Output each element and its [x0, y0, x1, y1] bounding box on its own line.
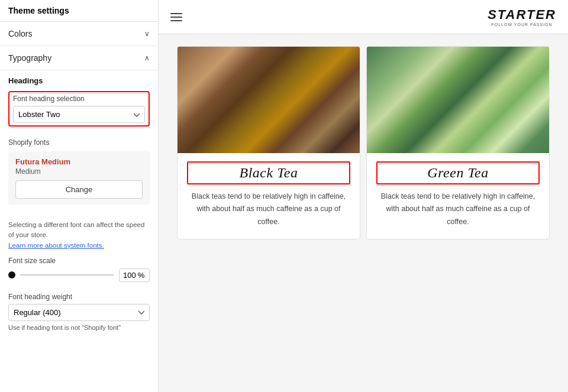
colors-chevron-icon: ∨ — [144, 30, 150, 38]
percent-unit: % — [138, 271, 145, 280]
main-content: STARTER FOLLOW YOUR PASSION Black Tea Bl… — [159, 0, 568, 392]
font-size-slider-row: 100 % — [8, 268, 150, 282]
brand-name: STARTER — [488, 7, 556, 22]
colors-section-label: Colors — [8, 29, 32, 38]
font-size-slider[interactable] — [20, 274, 114, 276]
slider-dot — [8, 271, 15, 278]
sidebar: Theme settings Colors ∨ Typography ∧ Hea… — [0, 0, 159, 392]
typography-section-header[interactable]: Typography ∧ — [0, 46, 158, 70]
preview-area: Black Tea Black teas tend to be relative… — [159, 34, 568, 392]
font-size-scale-label: Font size scale — [8, 257, 150, 265]
green-tea-description: Black teas tend to be relatively high in… — [376, 190, 540, 228]
shopify-fonts-label: Shopify fonts — [8, 138, 150, 147]
colors-section-header[interactable]: Colors ∨ — [0, 22, 158, 46]
font-heading-weight-label: Font heading weight — [8, 293, 150, 301]
black-tea-image — [178, 47, 360, 153]
learn-more-link[interactable]: Learn more about system fonts. — [8, 242, 104, 249]
brand-logo: STARTER FOLLOW YOUR PASSION — [488, 7, 556, 27]
typography-chevron-icon: ∧ — [144, 54, 150, 62]
font-heading-selection-box: Font heading selection Lobster Two Arial… — [8, 91, 150, 127]
black-tea-title-wrapper: Black Tea — [187, 161, 350, 184]
cards-row: Black Tea Black teas tend to be relative… — [170, 46, 556, 239]
tea-card-green: Green Tea Black teas tend to be relative… — [366, 46, 550, 239]
green-tea-title: Green Tea — [382, 165, 534, 181]
info-text-content: Selecting a different font can affect th… — [8, 221, 144, 238]
black-tea-title: Black Tea — [193, 165, 344, 181]
font-heading-field-label: Font heading selection — [13, 95, 145, 103]
black-tea-description: Black teas tend to be relatively high in… — [187, 190, 350, 228]
green-tea-image — [367, 47, 549, 153]
hint-text: Use if heading font is not "Shopify font… — [8, 324, 150, 331]
green-tea-card-body: Green Tea Black teas tend to be relative… — [367, 153, 549, 239]
font-heading-select[interactable]: Lobster Two Arial Georgia Roboto Open Sa… — [13, 106, 145, 123]
info-text: Selecting a different font can affect th… — [0, 220, 158, 251]
headings-section: Headings Font heading selection Lobster … — [0, 70, 158, 132]
font-size-value: 100 — [123, 271, 136, 280]
sidebar-scroll: Colors ∨ Typography ∧ Headings Font head… — [0, 22, 158, 392]
brand-tagline: FOLLOW YOUR PASSION — [488, 22, 556, 27]
hamburger-line-1 — [170, 13, 182, 14]
black-tea-card-body: Black Tea Black teas tend to be relative… — [178, 153, 360, 239]
font-weight-label: Medium — [15, 167, 143, 176]
sidebar-title: Theme settings — [0, 0, 158, 22]
font-size-section: Font size scale 100 % — [0, 251, 158, 288]
percent-box: 100 % — [119, 268, 150, 282]
change-font-button[interactable]: Change — [15, 180, 143, 199]
font-name: Futura Medium — [15, 157, 143, 166]
font-card: Futura Medium Medium Change — [8, 151, 150, 205]
headings-label: Headings — [8, 76, 150, 85]
typography-section-label: Typography — [8, 53, 51, 63]
hamburger-menu-button[interactable] — [170, 13, 182, 21]
tea-card-black: Black Tea Black teas tend to be relative… — [177, 46, 360, 239]
hamburger-line-2 — [170, 17, 182, 18]
font-heading-weight-select[interactable]: Regular (400) Medium (500) Bold (700) — [8, 304, 150, 321]
hamburger-line-3 — [170, 20, 182, 21]
green-tea-title-wrapper: Green Tea — [376, 161, 540, 184]
shopify-fonts-section: Shopify fonts Futura Medium Medium Chang… — [0, 132, 158, 215]
font-heading-weight-section: Font heading weight Regular (400) Medium… — [0, 288, 158, 336]
topbar: STARTER FOLLOW YOUR PASSION — [159, 0, 568, 34]
